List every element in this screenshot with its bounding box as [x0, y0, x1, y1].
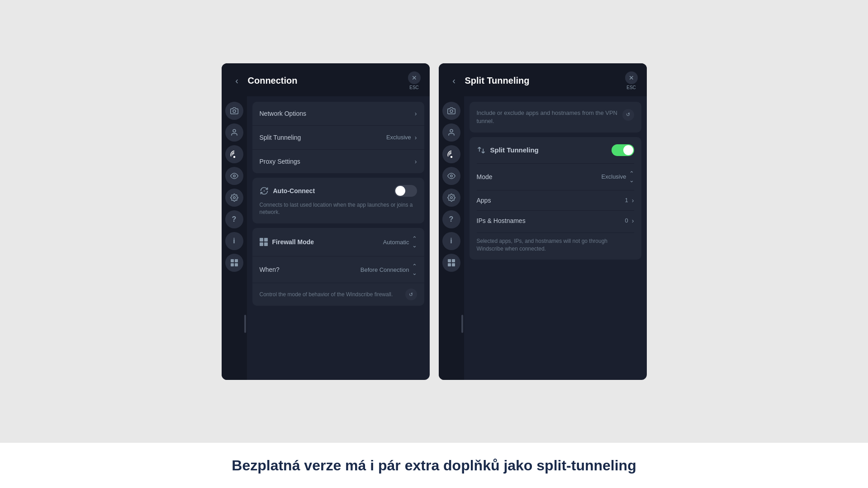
right-sidebar-icon-question[interactable]: ?	[442, 210, 460, 228]
svg-point-10	[450, 109, 453, 112]
left-panel-header-right: ✕ ESC	[408, 71, 421, 90]
firewall-mode-value: Automatic	[383, 239, 409, 246]
split-tunneling-icon	[477, 146, 486, 155]
split-tunneling-title: Split Tunneling	[490, 146, 539, 154]
network-options-label: Network Options	[260, 110, 306, 117]
left-menu-card: Network Options › Split Tunneling Exclus…	[252, 102, 424, 173]
left-close-button[interactable]: ✕	[408, 71, 421, 84]
left-content: Network Options › Split Tunneling Exclus…	[247, 96, 430, 380]
left-scrollbar	[244, 315, 246, 333]
sidebar-icon-grid[interactable]	[225, 254, 243, 272]
right-panel-title: Split Tunneling	[465, 76, 530, 86]
right-back-button[interactable]: ‹	[448, 74, 460, 87]
firewall-mode-left: Firewall Mode	[260, 238, 314, 246]
split-tunneling-header: Split Tunneling	[477, 144, 634, 156]
mode-value-container[interactable]: Exclusive ⌃⌄	[602, 170, 634, 184]
left-scrollbar-container	[222, 275, 247, 374]
split-tunneling-card: Split Tunneling Mode Exclusive ⌃⌄	[470, 137, 641, 260]
split-tunneling-label-container: Split Tunneling	[260, 134, 301, 141]
right-panel-header-left: ‹ Split Tunneling	[448, 74, 530, 87]
right-panel: ‹ Split Tunneling ✕ ESC	[439, 63, 647, 380]
firewall-info-button[interactable]: ↺	[405, 289, 417, 300]
proxy-settings-label: Proxy Settings	[260, 158, 300, 165]
mode-label: Mode	[477, 173, 493, 180]
network-options-item[interactable]: Network Options ›	[252, 102, 424, 126]
sidebar-icon-connection[interactable]	[225, 145, 243, 163]
left-back-button[interactable]: ‹	[231, 74, 243, 87]
right-sidebar-icon-camera[interactable]	[442, 102, 460, 120]
when-value: Before Connection	[360, 266, 409, 273]
right-panel-header-right: ✕ ESC	[625, 71, 638, 90]
svg-rect-17	[448, 263, 451, 266]
when-row-right[interactable]: Before Connection ⌃⌄	[360, 263, 417, 276]
mode-chevron: ⌃⌄	[629, 170, 634, 184]
split-tunneling-chevron: ›	[415, 134, 417, 141]
left-panel-title: Connection	[248, 76, 298, 86]
right-sidebar-icon-connection[interactable]	[442, 145, 460, 163]
proxy-settings-label-container: Proxy Settings	[260, 158, 300, 165]
info-card-text: Include or exclude apps and hostnames fr…	[477, 109, 618, 125]
split-tunneling-bottom-note: Selected apps, IPs, and hostnames will n…	[477, 232, 634, 253]
left-panel-header-left: ‹ Connection	[231, 74, 298, 87]
left-esc-label: ESC	[409, 85, 419, 90]
svg-rect-7	[231, 263, 234, 266]
proxy-settings-item[interactable]: Proxy Settings ›	[252, 150, 424, 173]
split-tunneling-toggle[interactable]	[612, 144, 634, 156]
split-tunneling-right: Exclusive ›	[386, 134, 417, 141]
split-tunneling-left: Split Tunneling	[477, 146, 539, 155]
sidebar-icon-info[interactable]: i	[225, 232, 243, 250]
split-tunneling-label: Split Tunneling	[260, 134, 301, 141]
sidebar-icon-gear[interactable]	[225, 189, 243, 207]
autoconnect-icon: A	[260, 186, 269, 195]
autoconnect-toggle[interactable]	[394, 185, 417, 197]
mode-row: Mode Exclusive ⌃⌄	[477, 163, 634, 190]
apps-chevron: ›	[632, 197, 634, 204]
footer-bar: Bezplatná verze má i pár extra doplňků j…	[0, 443, 868, 488]
ips-hostnames-count: 0	[625, 217, 628, 224]
apps-label: Apps	[477, 197, 491, 204]
right-sidebar-icon-grid[interactable]	[442, 254, 460, 272]
split-tunneling-toggle-knob	[623, 145, 633, 155]
apps-row[interactable]: Apps 1 ›	[477, 190, 634, 210]
sidebar-icon-eye[interactable]	[225, 167, 243, 185]
right-sidebar-icon-eye[interactable]	[442, 167, 460, 185]
svg-rect-16	[452, 259, 455, 262]
svg-rect-5	[231, 259, 234, 262]
firewall-mode-right[interactable]: Automatic ⌃⌄	[383, 235, 417, 249]
right-sidebar-icon-gear[interactable]	[442, 189, 460, 207]
right-panel-header: ‹ Split Tunneling ✕ ESC	[439, 63, 647, 96]
ips-hostnames-chevron: ›	[632, 217, 634, 224]
firewall-icon	[260, 238, 268, 246]
right-panel-body: ? i Include or exclude apps and hostname…	[439, 96, 647, 380]
main-content: ‹ Connection ✕ ESC	[0, 0, 868, 443]
svg-point-0	[233, 109, 236, 112]
autoconnect-card: A Auto-Connect Connects to last used loc…	[252, 178, 424, 224]
firewall-description: Control the mode of behavior of the Wind…	[260, 291, 401, 298]
svg-point-1	[233, 129, 236, 132]
autoconnect-row: A Auto-Connect	[260, 185, 417, 197]
svg-rect-15	[448, 259, 451, 262]
right-scrollbar	[461, 315, 463, 333]
ips-hostnames-label: IPs & Hostnames	[477, 217, 526, 224]
right-close-button[interactable]: ✕	[625, 71, 638, 84]
left-sidebar: ? i	[222, 96, 247, 380]
right-sidebar-icon-user[interactable]	[442, 123, 460, 142]
autoconnect-label: Auto-Connect	[273, 187, 315, 194]
sidebar-icon-camera[interactable]	[225, 102, 243, 120]
svg-rect-8	[235, 263, 238, 266]
firewall-mode-chevron: ⌃⌄	[412, 235, 417, 249]
apps-right: 1 ›	[625, 197, 634, 204]
split-tunneling-value: Exclusive	[386, 134, 411, 141]
svg-point-14	[450, 196, 452, 199]
left-panel-body: ? i Network Options	[222, 96, 430, 380]
sidebar-icon-user[interactable]	[225, 123, 243, 142]
sidebar-icon-question[interactable]: ?	[225, 210, 243, 228]
info-card-button[interactable]: ↺	[622, 109, 634, 121]
left-panel-header: ‹ Connection ✕ ESC	[222, 63, 430, 96]
split-tunneling-item[interactable]: Split Tunneling Exclusive ›	[252, 126, 424, 150]
ips-hostnames-row[interactable]: IPs & Hostnames 0 ›	[477, 210, 634, 231]
right-sidebar-icon-info[interactable]: i	[442, 232, 460, 250]
info-card: Include or exclude apps and hostnames fr…	[470, 102, 641, 133]
svg-point-4	[233, 196, 235, 199]
network-options-label-container: Network Options	[260, 110, 306, 117]
